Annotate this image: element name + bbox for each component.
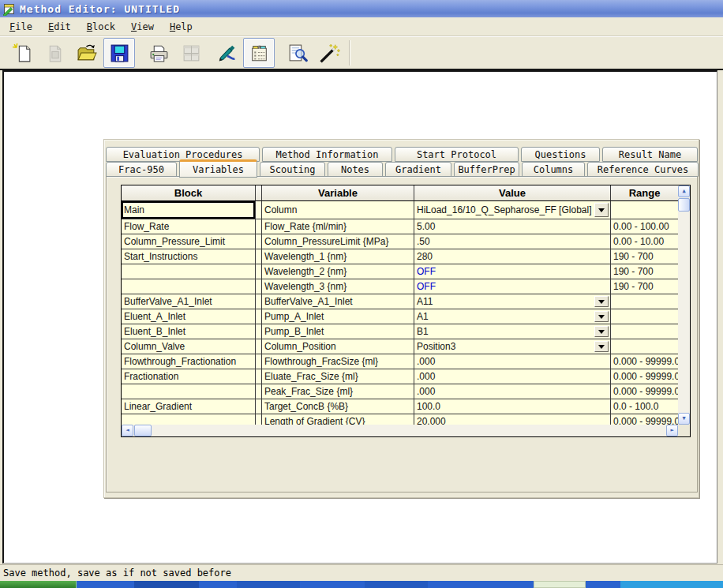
block-cell[interactable]: [122, 384, 256, 399]
block-cell[interactable]: Fractionation: [122, 369, 256, 384]
tab-frac-950[interactable]: Frac-950: [106, 162, 177, 177]
variable-cell[interactable]: Pump_A_Inlet: [262, 309, 414, 324]
print-preview-button[interactable]: [281, 38, 313, 68]
tab-columns[interactable]: Columns: [522, 162, 585, 177]
tab-result-name[interactable]: Result Name: [602, 147, 698, 162]
table-row: Column_ValveColumn_PositionPosition3: [122, 339, 678, 354]
variable-cell[interactable]: Flowthrough_FracSize {ml}: [262, 354, 414, 369]
table-row: Flow_RateFlow_Rate {ml/min}5.000.00 - 10…: [122, 219, 678, 234]
block-cell[interactable]: [122, 414, 256, 425]
value-text: A11: [417, 296, 433, 307]
horizontal-scrollbar[interactable]: ◄ ►: [122, 425, 678, 436]
value-cell[interactable]: OFF: [414, 264, 611, 279]
value-dropdown-button[interactable]: [594, 341, 609, 352]
block-cell[interactable]: Flow_Rate: [122, 219, 256, 234]
taskbar-button[interactable]: [237, 581, 300, 588]
variable-cell[interactable]: Peak_Frac_Size {ml}: [262, 384, 414, 399]
value-cell[interactable]: 5.00: [414, 219, 611, 234]
tab-method-information[interactable]: Method Information: [262, 147, 392, 162]
tab-start-protocol[interactable]: Start Protocol: [395, 147, 519, 162]
variable-cell[interactable]: Flow_Rate {ml/min}: [262, 219, 414, 234]
tab-scouting[interactable]: Scouting: [260, 162, 325, 177]
value-cell[interactable]: OFF: [414, 279, 611, 294]
range-cell: 0.0 - 100.0: [611, 399, 678, 414]
method-notes-button[interactable]: [243, 38, 275, 68]
value-dropdown-button[interactable]: [594, 296, 609, 307]
taskbar-button[interactable]: [365, 581, 428, 588]
print-button[interactable]: [143, 38, 174, 68]
variable-cell[interactable]: Eluate_Frac_Size {ml}: [262, 369, 414, 384]
variable-cell[interactable]: Length of Gradient {CV}: [262, 414, 414, 425]
variable-cell[interactable]: Wavelength_2 {nm}: [262, 264, 414, 279]
value-cell[interactable]: Position3: [414, 339, 611, 354]
vertical-scrollbar[interactable]: ▲ ▼: [678, 185, 690, 425]
value-cell[interactable]: 20.000: [414, 414, 611, 425]
horizontal-scroll-thumb[interactable]: [134, 425, 152, 436]
menu-help[interactable]: Help: [162, 19, 200, 35]
value-cell[interactable]: HiLoad_16/10_Q_Sepharose_FF [Global]: [414, 201, 611, 219]
block-cell[interactable]: Column_Valve: [122, 339, 256, 354]
range-cell: 190 - 700: [611, 249, 678, 264]
variable-cell[interactable]: Target_ConcB {%B}: [262, 399, 414, 414]
value-cell[interactable]: .50: [414, 234, 611, 249]
tab-questions[interactable]: Questions: [521, 147, 600, 162]
save-method-button[interactable]: [103, 38, 135, 68]
taskbar-button[interactable]: [534, 581, 586, 588]
value-cell[interactable]: .000: [414, 369, 611, 384]
variable-cell[interactable]: BufferValve_A1_Inlet: [262, 294, 414, 309]
block-cell[interactable]: Linear_Gradient: [122, 399, 256, 414]
tab-bufferprep[interactable]: BufferPrep: [454, 162, 519, 177]
method-wizard-icon: [319, 43, 340, 64]
vertical-scroll-thumb[interactable]: [678, 198, 690, 212]
block-cell[interactable]: Flowthrough_Fractionation: [122, 354, 256, 369]
block-cell[interactable]: [122, 279, 256, 294]
value-dropdown-button[interactable]: [594, 311, 609, 322]
window-title: Method Editor: UNTITLED: [20, 3, 180, 15]
tab-label: Gradient: [395, 164, 441, 175]
taskbar-button[interactable]: [134, 581, 199, 588]
new-method-button[interactable]: [6, 38, 38, 68]
menu-view[interactable]: View: [123, 19, 162, 35]
value-cell[interactable]: B1: [414, 324, 611, 339]
variable-cell[interactable]: Column: [262, 201, 414, 219]
column-header-variable: Variable: [262, 185, 414, 201]
tab-notes[interactable]: Notes: [328, 162, 383, 177]
column-splitter: [256, 249, 262, 264]
tab-variables[interactable]: Variables: [179, 159, 257, 178]
sign-method-button[interactable]: [211, 38, 242, 68]
variable-cell[interactable]: Pump_B_Inlet: [262, 324, 414, 339]
variable-cell[interactable]: Wavelength_3 {nm}: [262, 279, 414, 294]
block-cell[interactable]: Main: [122, 201, 256, 219]
method-wizard-button[interactable]: [313, 38, 345, 68]
variable-cell[interactable]: Wavelength_1 {nm}: [262, 249, 414, 264]
menu-block[interactable]: Block: [79, 19, 123, 35]
value-cell[interactable]: A11: [414, 294, 611, 309]
scroll-right-button[interactable]: ►: [666, 425, 678, 436]
tab-label: Variables: [193, 164, 244, 175]
block-cell[interactable]: Column_Pressure_Limit: [122, 234, 256, 249]
value-cell[interactable]: 100.0: [414, 399, 611, 414]
value-cell[interactable]: .000: [414, 354, 611, 369]
tab-gradient[interactable]: Gradient: [385, 162, 451, 177]
block-cell[interactable]: Start_Instructions: [122, 249, 256, 264]
scroll-left-button[interactable]: ◄: [122, 425, 133, 436]
variable-cell[interactable]: Column_Position: [262, 339, 414, 354]
block-cell[interactable]: Eluent_A_Inlet: [122, 309, 256, 324]
start-button-fragment[interactable]: [0, 581, 77, 588]
table-row: Column_Pressure_LimitColumn_PressureLimi…: [122, 234, 678, 249]
scroll-up-button[interactable]: ▲: [678, 185, 690, 197]
menu-edit[interactable]: Edit: [40, 19, 79, 35]
scroll-down-button[interactable]: ▼: [678, 413, 690, 425]
variable-cell[interactable]: Column_PressureLimit {MPa}: [262, 234, 414, 249]
menu-file[interactable]: File: [2, 19, 40, 35]
value-cell[interactable]: A1: [414, 309, 611, 324]
block-cell[interactable]: BufferValve_A1_Inlet: [122, 294, 256, 309]
value-dropdown-button[interactable]: [594, 326, 609, 337]
value-dropdown-button[interactable]: [594, 203, 609, 217]
open-method-button[interactable]: [71, 38, 103, 68]
value-cell[interactable]: 280: [414, 249, 611, 264]
block-cell[interactable]: Eluent_B_Inlet: [122, 324, 256, 339]
value-cell[interactable]: .000: [414, 384, 611, 399]
tab-reference-curves[interactable]: Reference Curves: [587, 162, 699, 177]
block-cell[interactable]: [122, 264, 256, 279]
